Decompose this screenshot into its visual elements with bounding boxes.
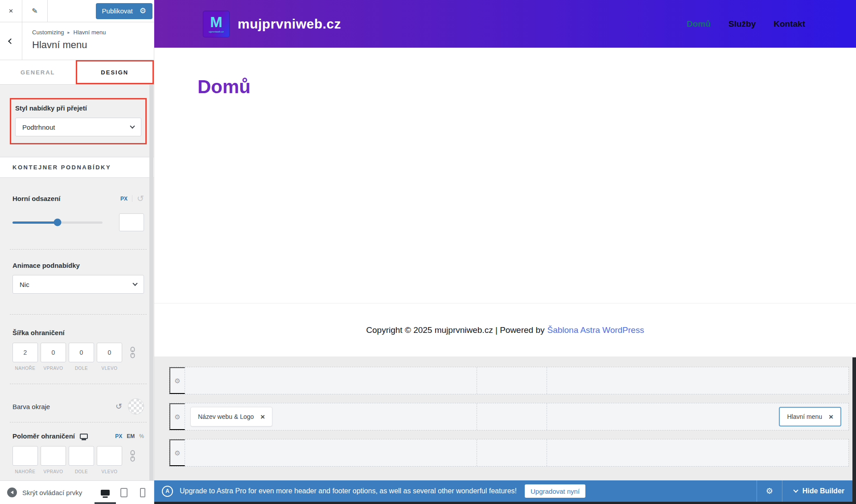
tablet-icon	[120, 488, 128, 497]
border-width-left-input[interactable]	[97, 343, 122, 362]
upgrade-now-button[interactable]: Upgradovat nyní	[525, 484, 585, 498]
link-values-icon[interactable]	[129, 347, 136, 358]
builder-cell[interactable]	[185, 439, 477, 466]
back-button[interactable]	[0, 22, 22, 60]
site-branding[interactable]: M ujprvniweb.cz mujprvniweb.cz	[203, 11, 341, 37]
submenu-animation-value: Nic	[20, 281, 29, 288]
sidebar-scrollbar[interactable]	[149, 85, 153, 480]
border-width-label: Šířka ohraničení	[12, 329, 144, 336]
breadcrumb: Customizing ▸ Hlavní menu	[32, 29, 106, 36]
preview-scrollbar[interactable]	[852, 357, 856, 504]
close-customizer-button[interactable]: ×	[0, 0, 22, 22]
border-width-bottom-input[interactable]	[69, 343, 94, 362]
border-radius-left-input[interactable]	[97, 446, 122, 466]
publish-settings-gear-icon[interactable]: ⚙	[140, 7, 146, 15]
chevron-down-icon	[130, 123, 135, 128]
logo-letter: M	[210, 15, 222, 29]
hover-style-select[interactable]: Podtrhnout	[15, 118, 141, 136]
desktop-responsive-icon[interactable]	[80, 434, 88, 439]
divider	[132, 195, 132, 202]
nav-item-domu[interactable]: Domů	[687, 19, 711, 29]
border-radius-top-input[interactable]	[12, 446, 38, 466]
builder-cell[interactable]: Hlavní menu ×	[547, 403, 848, 430]
gear-icon: ⚙	[174, 450, 180, 456]
builder-settings-button[interactable]: ⚙	[757, 480, 782, 502]
border-radius-right-input[interactable]	[41, 446, 66, 466]
row-settings-button[interactable]: ⚙	[169, 403, 185, 430]
unit-px-label[interactable]: PX	[115, 433, 122, 439]
submenu-animation-control: Animace podnabídky Nic	[12, 262, 144, 294]
border-radius-bottom-input[interactable]	[69, 446, 94, 466]
breadcrumb-root: Customizing	[32, 29, 64, 36]
builder-cell[interactable]	[547, 439, 848, 466]
sidebar-footer: Skrýt ovládací prvky	[0, 480, 154, 504]
row-settings-button[interactable]: ⚙	[169, 367, 185, 394]
builder-row-main: ⚙ Název webu & Logo × Hlavní menu ×	[169, 403, 849, 430]
edit-shortcut-button[interactable]: ✎	[22, 0, 48, 22]
gear-icon: ⚙	[174, 414, 180, 420]
hide-builder-label: Hide Builder	[802, 487, 844, 495]
position-label-bottom: DOLE	[75, 469, 88, 474]
submenu-animation-select[interactable]: Nic	[12, 275, 144, 294]
builder-cell[interactable]	[477, 367, 547, 394]
gear-icon: ⚙	[174, 377, 180, 384]
chevron-down-icon	[132, 281, 137, 286]
primary-menu-chip[interactable]: Hlavní menu ×	[779, 407, 841, 426]
submenu-container-heading: KONTEJNER PODNABÍDKY	[0, 157, 154, 178]
reset-icon[interactable]: ↺	[137, 194, 144, 203]
site-title-logo-chip[interactable]: Název webu & Logo ×	[190, 407, 272, 426]
unit-em-label[interactable]: EM	[127, 433, 135, 439]
nav-item-sluzby[interactable]: Služby	[728, 19, 756, 29]
astra-logo-icon: A	[162, 486, 173, 497]
collapse-arrow-icon	[7, 488, 17, 497]
remove-icon[interactable]: ×	[260, 413, 265, 421]
logo-subtext: ujprvniweb.cz	[209, 30, 223, 33]
remove-icon[interactable]: ×	[829, 413, 833, 421]
row-settings-button[interactable]: ⚙	[169, 439, 185, 466]
tab-general[interactable]: GENERAL	[0, 60, 76, 84]
top-offset-slider[interactable]	[12, 221, 103, 224]
publish-button[interactable]: Publikovat ⚙	[96, 3, 152, 19]
link-values-icon[interactable]	[129, 450, 136, 462]
hide-builder-button[interactable]: Hide Builder	[782, 480, 856, 502]
site-preview: M ujprvniweb.cz mujprvniweb.cz Domů Služ…	[154, 0, 856, 504]
breadcrumb-arrow-icon: ▸	[68, 30, 70, 35]
slider-handle[interactable]	[54, 219, 62, 226]
nav-item-kontakt[interactable]: Kontakt	[774, 19, 805, 29]
builder-cell[interactable]	[185, 367, 477, 394]
pencil-icon: ✎	[32, 7, 37, 15]
border-radius-control: Poloměr ohraničení PX EM % NAHOŘE	[12, 432, 144, 474]
divider	[10, 384, 147, 384]
device-phone-button[interactable]	[133, 481, 152, 504]
back-chevron-icon	[8, 38, 14, 44]
desktop-icon	[101, 490, 110, 496]
position-label-top: NAHOŘE	[15, 469, 36, 474]
tab-design[interactable]: DESIGN	[76, 60, 154, 84]
unit-px-label[interactable]: PX	[120, 196, 128, 202]
copyright-text: Copyright © 2025 mujprvniweb.cz | Powere…	[366, 325, 544, 335]
position-label-top: NAHOŘE	[15, 366, 36, 371]
panel-header: Customizing ▸ Hlavní menu Hlavní menu	[0, 22, 154, 60]
device-tablet-button[interactable]	[115, 481, 133, 504]
border-width-control: Šířka ohraničení NAHOŘE VPRAVO DOLE	[12, 329, 144, 371]
transparent-color-swatch[interactable]	[128, 398, 144, 414]
unit-percent-label[interactable]: %	[139, 433, 144, 439]
position-label-right: VPRAVO	[44, 469, 63, 474]
builder-cell[interactable]: Název webu & Logo ×	[185, 403, 477, 430]
breadcrumb-current: Hlavní menu	[74, 29, 106, 36]
position-label-bottom: DOLE	[75, 366, 88, 371]
builder-cell[interactable]	[477, 403, 547, 430]
reset-icon[interactable]: ↺	[115, 402, 122, 410]
border-width-right-input[interactable]	[41, 343, 66, 362]
builder-cell[interactable]	[477, 439, 547, 466]
top-offset-label: Horní odsazení	[12, 195, 61, 202]
astra-theme-link[interactable]: Šablona Astra WordPress	[547, 325, 644, 335]
builder-cell[interactable]	[547, 367, 848, 394]
top-offset-input[interactable]	[119, 213, 144, 231]
customizer-sidebar: × ✎ Publikovat ⚙ Customizing ▸ Hlavní me…	[0, 0, 154, 504]
hide-controls-button[interactable]: Skrýt ovládací prvky	[7, 488, 82, 497]
device-desktop-button[interactable]	[96, 481, 115, 504]
hover-style-value: Podtrhnout	[22, 123, 55, 131]
position-label-left: VLEVO	[102, 469, 118, 474]
border-width-top-input[interactable]	[12, 343, 38, 362]
